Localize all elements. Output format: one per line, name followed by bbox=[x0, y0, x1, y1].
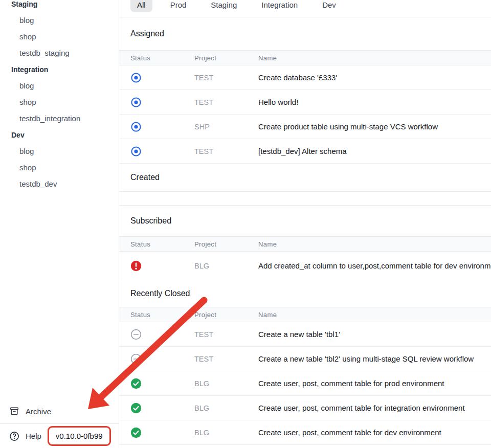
issue-name: Create user, post, comment table for int… bbox=[258, 404, 491, 412]
project-code: BLG bbox=[194, 404, 258, 412]
table-header: StatusProjectName bbox=[119, 236, 491, 252]
tab-bar: AllProdStagingIntegrationDev bbox=[119, 0, 491, 17]
column-header: Project bbox=[194, 240, 258, 248]
help-button[interactable]: Help bbox=[9, 431, 41, 441]
issue-row[interactable]: TESTCreate a new table 'tbl1' bbox=[119, 322, 491, 347]
status-open-icon bbox=[130, 72, 194, 83]
section-title: Subscribed bbox=[119, 206, 491, 236]
sidebar-item-blog[interactable]: blog bbox=[0, 143, 119, 160]
project-code: TEST bbox=[194, 98, 258, 106]
issue-name: Create a new table 'tbl1' bbox=[258, 330, 491, 339]
project-code: BLG bbox=[194, 262, 258, 270]
issue-row[interactable]: BLGCreate user, post, comment table for … bbox=[119, 371, 491, 396]
tab-integration[interactable]: Integration bbox=[255, 0, 304, 12]
sidebar-group-integration: Integration bbox=[0, 61, 119, 78]
issue-row[interactable]: BLGCreate user, post, comment table for … bbox=[119, 396, 491, 420]
sidebar-tree: Stagingblogshoptestdb_stagingIntegration… bbox=[0, 0, 119, 192]
issue-name: Create database '£333' bbox=[258, 73, 491, 82]
status-canceled-icon bbox=[130, 353, 194, 365]
sidebar-item-shop[interactable]: shop bbox=[0, 29, 119, 45]
issue-name: Add created_at column to user,post,comme… bbox=[258, 261, 491, 270]
issue-row[interactable]: TESTCreate database '£333' bbox=[119, 65, 491, 90]
sidebar-item-testdb_dev[interactable]: testdb_dev bbox=[0, 176, 119, 192]
version-text: v0.10.0-0fb99 bbox=[56, 432, 103, 440]
project-code: TEST bbox=[194, 330, 258, 339]
archive-icon bbox=[9, 406, 19, 416]
section-created: Created bbox=[119, 164, 491, 206]
sidebar-item-testdb_integration[interactable]: testdb_integration bbox=[0, 110, 119, 127]
tab-dev[interactable]: Dev bbox=[316, 0, 343, 12]
status-open-icon bbox=[130, 97, 194, 108]
issue-row[interactable]: TESTHello world! bbox=[119, 90, 491, 115]
sidebar-item-shop[interactable]: shop bbox=[0, 160, 119, 176]
issue-name: Create user, post, comment table for pro… bbox=[258, 379, 491, 388]
section-subscribed: SubscribedStatusProjectNameBLGAdd create… bbox=[119, 206, 491, 280]
issue-row[interactable]: BLGAdd created_at column to user,post,co… bbox=[119, 252, 491, 280]
project-code: SHP bbox=[194, 123, 258, 131]
issue-row[interactable]: TESTCreate a new table 'tbl2' using mult… bbox=[119, 347, 491, 371]
archive-label: Archive bbox=[26, 407, 51, 416]
status-done-icon bbox=[130, 378, 194, 389]
sidebar-item-testdb_staging[interactable]: testdb_staging bbox=[0, 45, 119, 61]
issue-row[interactable]: SHPCreate product table using multi-stag… bbox=[119, 115, 491, 139]
main-content: AllProdStagingIntegrationDev AssignedSta… bbox=[119, 0, 491, 448]
empty-row bbox=[119, 191, 491, 206]
section-title: Recently Closed bbox=[119, 280, 491, 307]
issue-name: Create product table using multi-stage V… bbox=[258, 122, 491, 131]
issue-name: Hello world! bbox=[258, 98, 491, 106]
table-header: StatusProjectName bbox=[119, 307, 491, 322]
project-code: TEST bbox=[194, 74, 258, 82]
section-title: Created bbox=[119, 164, 491, 191]
sidebar-item-blog[interactable]: blog bbox=[0, 12, 119, 29]
archive-button[interactable]: Archive bbox=[0, 399, 119, 423]
sections: AssignedStatusProjectNameTESTCreate data… bbox=[119, 17, 491, 445]
sidebar-item-shop[interactable]: shop bbox=[0, 94, 119, 110]
status-open-icon bbox=[130, 121, 194, 132]
help-label: Help bbox=[26, 432, 41, 440]
sidebar-item-blog[interactable]: blog bbox=[0, 78, 119, 94]
tab-staging[interactable]: Staging bbox=[204, 0, 243, 12]
status-canceled-icon bbox=[130, 329, 194, 340]
project-code: TEST bbox=[194, 147, 258, 155]
column-header: Status bbox=[130, 240, 194, 248]
tab-all[interactable]: All bbox=[130, 0, 152, 12]
sidebar: Stagingblogshoptestdb_stagingIntegration… bbox=[0, 0, 119, 448]
section-title: Assigned bbox=[119, 17, 491, 50]
column-header: Status bbox=[130, 54, 194, 62]
section-assigned: AssignedStatusProjectNameTESTCreate data… bbox=[119, 17, 491, 164]
sidebar-group-staging: Staging bbox=[0, 0, 119, 12]
issue-row[interactable]: TEST[testdb_dev] Alter schema bbox=[119, 139, 491, 164]
column-header: Project bbox=[194, 311, 258, 319]
issue-row[interactable]: BLGCreate user, post, comment table for … bbox=[119, 420, 491, 445]
status-open-icon bbox=[130, 146, 194, 157]
help-icon bbox=[9, 431, 19, 441]
status-attention-icon bbox=[130, 260, 194, 272]
tab-prod[interactable]: Prod bbox=[164, 0, 193, 12]
issue-name: [testdb_dev] Alter schema bbox=[258, 147, 491, 155]
status-done-icon bbox=[130, 402, 194, 414]
column-header: Name bbox=[258, 54, 491, 62]
table-header: StatusProjectName bbox=[119, 50, 491, 65]
help-row: Help v0.10.0-0fb99 bbox=[0, 423, 119, 448]
column-header: Name bbox=[258, 311, 491, 319]
column-header: Name bbox=[258, 240, 491, 248]
project-code: TEST bbox=[194, 355, 258, 363]
project-code: BLG bbox=[194, 379, 258, 388]
status-done-icon bbox=[130, 427, 194, 438]
sidebar-bottom: Archive Help v0.10.0-0fb99 bbox=[0, 399, 119, 448]
version-highlight-box: v0.10.0-0fb99 bbox=[48, 426, 111, 446]
app: Stagingblogshoptestdb_stagingIntegration… bbox=[0, 0, 491, 448]
column-header: Status bbox=[130, 311, 194, 319]
section-recently-closed: Recently ClosedStatusProjectNameTESTCrea… bbox=[119, 280, 491, 445]
project-code: BLG bbox=[194, 429, 258, 437]
issue-name: Create user, post, comment table for dev… bbox=[258, 428, 491, 437]
issue-name: Create a new table 'tbl2' using multi-st… bbox=[258, 354, 491, 363]
sidebar-group-dev: Dev bbox=[0, 127, 119, 143]
column-header: Project bbox=[194, 54, 258, 62]
